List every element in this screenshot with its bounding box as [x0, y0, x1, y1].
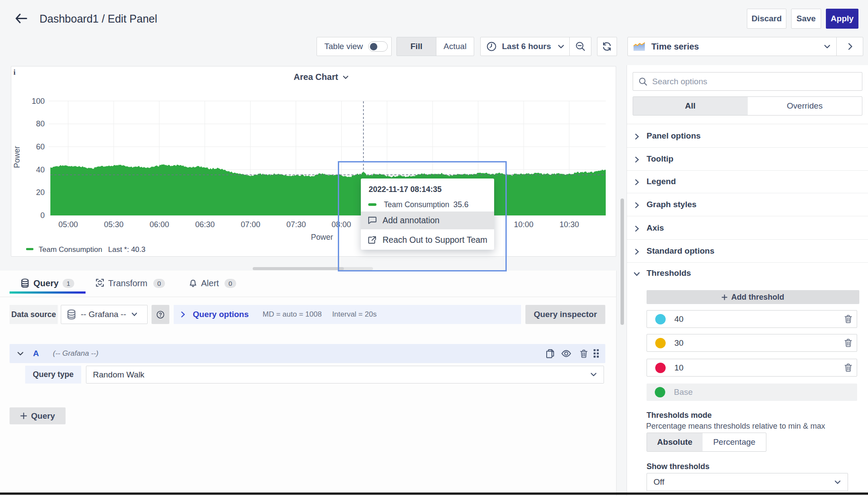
svg-text:0: 0: [40, 211, 45, 220]
svg-text:80: 80: [36, 119, 45, 128]
svg-text:20: 20: [36, 188, 45, 197]
svg-text:40: 40: [36, 165, 45, 174]
svg-text:100: 100: [32, 97, 45, 106]
svg-text:60: 60: [36, 142, 45, 151]
